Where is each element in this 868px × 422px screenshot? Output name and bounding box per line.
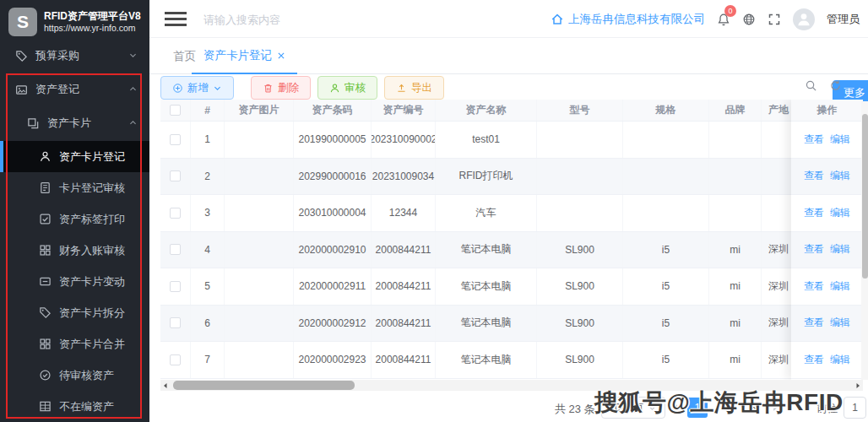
view-link[interactable]: 查看 (804, 279, 824, 294)
sidebar-item[interactable]: 待审核资产 (0, 360, 149, 391)
menu-toggle-icon[interactable] (165, 12, 187, 30)
page-button[interactable]: 3 (743, 398, 763, 418)
view-link[interactable]: 查看 (804, 353, 824, 367)
cell-barcode: 202000002910 (294, 232, 372, 268)
edit-link[interactable]: 编辑 (830, 242, 850, 257)
sidebar-item-label: 待审核资产 (59, 368, 114, 383)
view-link[interactable]: 查看 (804, 169, 824, 183)
tab-asset-card-register[interactable]: 资产卡片登记 (192, 38, 297, 74)
select-all-checkbox[interactable] (170, 105, 181, 116)
globe-icon[interactable] (742, 13, 756, 26)
app-title: RFID资产管理平台V8 (44, 10, 141, 23)
sidebar-item[interactable]: 资产卡片拆分 (0, 297, 149, 328)
fullscreen-icon[interactable] (768, 13, 781, 26)
cell-image (225, 342, 294, 378)
sidebar-item-label: 资产登记 (35, 82, 79, 97)
page-button[interactable]: 2 (715, 398, 735, 418)
edit-link[interactable]: 编辑 (830, 353, 850, 367)
page-buttons: 123 (671, 398, 779, 418)
sidebar-item[interactable]: 资产卡片合并 (0, 328, 149, 360)
sidebar-item[interactable]: 财务入账审核 (0, 235, 149, 266)
review-button[interactable]: 审核 (317, 76, 377, 100)
sidebar-item[interactable]: 资产卡片变动 (0, 266, 149, 297)
next-page-button[interactable] (771, 403, 779, 412)
cell-spec: i5 (623, 306, 709, 342)
cell-barcode: 202000002912 (294, 306, 372, 342)
chevron-up-icon (128, 117, 138, 130)
person-icon (795, 10, 812, 30)
cell-model (537, 122, 623, 158)
plus-circle-icon (172, 83, 183, 94)
scroll-left-icon[interactable] (160, 380, 171, 391)
cell-brand: mi (709, 268, 762, 305)
scroll-right-icon[interactable] (853, 380, 863, 391)
sidebar-item[interactable]: 卡片登记审核 (0, 172, 149, 203)
horizontal-scrollbar[interactable] (160, 380, 863, 391)
jump-page-input[interactable] (844, 397, 866, 419)
cell-brand (709, 195, 762, 231)
company-name: 上海岳冉信息科技有限公司 (568, 12, 705, 27)
row-checkbox[interactable] (170, 317, 181, 328)
edit-link[interactable]: 编辑 (830, 316, 850, 330)
row-checkbox[interactable] (170, 281, 181, 292)
row-checkbox[interactable] (170, 354, 181, 365)
cards-icon (27, 117, 40, 130)
row-checkbox[interactable] (170, 244, 181, 255)
cell-index: 3 (191, 195, 225, 231)
refresh-icon[interactable] (829, 79, 842, 92)
app-root: S RFID资产管理平台V8 https://www.yr-info.com 预… (0, 0, 868, 422)
avatar[interactable] (793, 8, 815, 30)
sidebar-item-asset-card[interactable]: 资产卡片 (0, 108, 149, 138)
tab-label: 资产卡片登记 (203, 48, 272, 63)
sidebar-item-label: 不在编资产 (59, 399, 114, 414)
row-checkbox[interactable] (170, 134, 181, 145)
edit-link[interactable]: 编辑 (830, 133, 850, 147)
checkbox-cell (160, 268, 191, 305)
operations-cell: 查看编辑 (791, 268, 863, 306)
view-link[interactable]: 查看 (804, 133, 824, 147)
cell-spec: i5 (623, 232, 709, 268)
app-url: https://www.yr-info.com (44, 23, 141, 34)
toolbar: 新增 删除 审核 导出 (160, 76, 857, 100)
close-icon[interactable] (277, 51, 285, 60)
page-size-select[interactable]: 10条/页 (601, 397, 665, 419)
edit-link[interactable]: 编辑 (830, 169, 850, 183)
cell-model (537, 159, 623, 195)
edit-link[interactable]: 编辑 (830, 279, 850, 294)
person-icon (329, 83, 340, 94)
previous-page-button[interactable] (671, 403, 680, 412)
sidebar-item[interactable]: 不在编资产 (0, 391, 149, 422)
search-input[interactable] (203, 9, 389, 30)
horizontal-scrollbar-thumb[interactable] (173, 381, 355, 390)
page-button[interactable]: 1 (687, 398, 708, 418)
add-button[interactable]: 新增 (160, 76, 234, 100)
search-icon[interactable] (805, 79, 817, 92)
sidebar-item-label: 卡片登记审核 (59, 181, 125, 196)
sidebar-item-active[interactable]: 资产卡片登记 (0, 141, 149, 172)
sidebar-item[interactable]: 资产标签打印 (0, 203, 149, 235)
vertical-scrollbar[interactable] (861, 101, 868, 380)
row-checkbox[interactable] (170, 208, 181, 219)
header-checkbox-cell (160, 100, 191, 121)
cardminus-icon (39, 275, 52, 288)
sidebar: S RFID资产管理平台V8 https://www.yr-info.com 预… (0, 0, 149, 422)
view-link[interactable]: 查看 (804, 316, 824, 330)
delete-button[interactable]: 删除 (251, 76, 311, 100)
cell-spec (623, 195, 709, 231)
row-checkbox[interactable] (170, 170, 181, 181)
notifications-button[interactable]: 0 (717, 13, 730, 26)
export-button[interactable]: 导出 (384, 76, 444, 100)
sidebar-item-budget-purchase[interactable]: 预算采购 (0, 41, 149, 71)
vertical-scrollbar-thumb[interactable] (862, 114, 868, 279)
view-link[interactable]: 查看 (804, 206, 824, 220)
company-link[interactable]: 上海岳冉信息科技有限公司 (551, 12, 705, 27)
edit-link[interactable]: 编辑 (830, 206, 850, 220)
grid4-icon (39, 244, 52, 257)
operations-cell: 查看编辑 (791, 306, 863, 343)
cell-barcode: 201990000005 (294, 122, 372, 158)
sidebar-item-asset-register[interactable]: 资产登记 (0, 74, 149, 105)
cell-image (225, 195, 294, 231)
view-link[interactable]: 查看 (804, 242, 824, 257)
table-tools (805, 79, 842, 92)
cell-spec: i5 (623, 268, 709, 305)
